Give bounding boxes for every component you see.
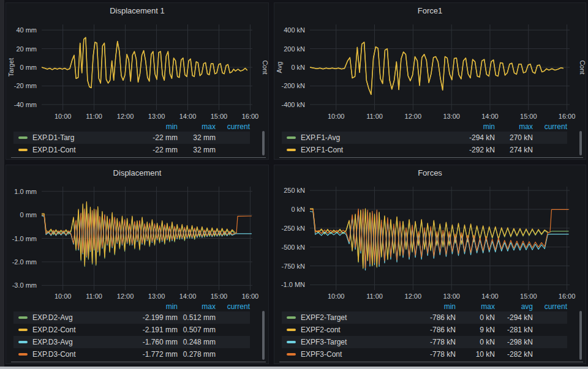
chart-canvas[interactable]: 10:0011:0012:0013:0014:0015:0016:001.0 m… bbox=[6, 182, 268, 301]
series-name[interactable]: EXP.F1-Avg bbox=[301, 133, 456, 142]
legend-scrollbar[interactable] bbox=[579, 131, 582, 155]
x-axis-tick-label: 13:00 bbox=[443, 113, 460, 120]
legend-column-header-min[interactable]: min bbox=[456, 122, 495, 131]
x-axis-tick-label: 11:00 bbox=[86, 113, 102, 120]
legend-value: -1.760 mm bbox=[138, 338, 178, 346]
legend-row[interactable]: EXP.D2-Cont-2.191 mm0.507 mm bbox=[13, 324, 250, 336]
legend-value: 0.278 mm bbox=[178, 350, 216, 359]
chart-canvas[interactable]: 10:0011:0012:0013:0014:0015:0016:0040 mm… bbox=[6, 20, 268, 121]
legend-column-header-min[interactable]: min bbox=[404, 302, 456, 311]
series-name[interactable]: EXP.D2-Avg bbox=[32, 313, 138, 322]
series-color-swatch-icon bbox=[287, 341, 296, 343]
legend-row[interactable]: EXPF3-Cont-778 kN10 kN-282 kN bbox=[282, 348, 567, 360]
legend-value: -281 kN bbox=[495, 326, 533, 334]
series-line-expf2-cont bbox=[310, 209, 548, 268]
legend-column-header-current[interactable]: current bbox=[216, 122, 250, 131]
legend-value: 270 kN bbox=[495, 133, 533, 142]
legend-row[interactable]: EXP.D2-Avg-2.199 mm0.512 mm bbox=[13, 311, 250, 324]
series-name[interactable]: EXP.F1-Cont bbox=[301, 146, 456, 154]
panel-title[interactable]: Displacement 1 bbox=[6, 3, 268, 20]
legend-row[interactable]: EXP.D1-Targ-22 mm32 mm bbox=[13, 132, 250, 144]
legend-column-header-current[interactable]: current bbox=[216, 302, 250, 311]
series-name[interactable]: EXPF2-Target bbox=[301, 313, 404, 322]
legend-row[interactable]: EXP.F1-Avg-294 kN270 kN bbox=[282, 132, 567, 144]
legend-value: 0 kN bbox=[456, 338, 495, 346]
chart-area: 10:0011:0012:0013:0014:0015:0016:00400 k… bbox=[274, 20, 586, 121]
legend-row[interactable]: EXPF3-Target-778 kN0 kN-298 kN bbox=[282, 336, 567, 348]
chart-canvas[interactable]: 10:0011:0012:0013:0014:0015:0016:00400 k… bbox=[274, 20, 586, 121]
series-name[interactable]: EXP.D1-Targ bbox=[32, 133, 138, 142]
series-name[interactable]: EXP.D3-Cont bbox=[32, 350, 138, 359]
series-name[interactable]: EXP.D1-Cont bbox=[32, 146, 138, 154]
x-axis-tick-label: 13:00 bbox=[148, 113, 165, 120]
legend-scrollbar[interactable] bbox=[262, 311, 265, 360]
legend-scrollbar[interactable] bbox=[579, 311, 582, 360]
legend-header: minmaxavgcurrent bbox=[282, 301, 567, 311]
legend-column-header-current[interactable]: current bbox=[533, 302, 567, 311]
series-color-swatch-icon bbox=[287, 316, 296, 319]
legend-column-header-max[interactable]: max bbox=[178, 122, 216, 131]
legend-row[interactable]: EXP.D3-Avg-1.760 mm0.248 mm bbox=[13, 336, 250, 348]
series-color-swatch-icon bbox=[287, 136, 296, 139]
legend-row[interactable]: EXP.F1-Cont-292 kN274 kN bbox=[282, 144, 567, 156]
series-name[interactable]: EXPF2-cont bbox=[301, 326, 404, 334]
legend-column-header-min[interactable]: min bbox=[138, 302, 178, 311]
y-axis-tick-label: 0 mm bbox=[20, 64, 37, 71]
x-axis-tick-label: 14:00 bbox=[179, 113, 197, 120]
x-axis-tick-label: 15:00 bbox=[211, 293, 228, 300]
horizontal-scrollbar[interactable] bbox=[0, 367, 588, 369]
legend-value: -2.191 mm bbox=[138, 326, 178, 334]
legend-column-header-max[interactable]: max bbox=[495, 122, 533, 131]
series-color-swatch-icon bbox=[18, 353, 28, 356]
legend-column-header-max[interactable]: max bbox=[456, 302, 495, 311]
legend-header: minmaxcurrent bbox=[13, 121, 250, 132]
panel-title[interactable]: Displacement bbox=[6, 165, 268, 182]
y-axis-tick-label: -2.0 mm bbox=[12, 258, 37, 266]
legend-value: -282 kN bbox=[495, 350, 533, 359]
legend-value: -778 kN bbox=[404, 338, 456, 346]
panel-title[interactable]: Forces bbox=[274, 165, 586, 182]
y-axis-tick-label: -200 kN bbox=[281, 82, 305, 89]
legend-column-header-max[interactable]: max bbox=[178, 302, 216, 311]
series-group bbox=[42, 37, 247, 88]
legend-value: -2.199 mm bbox=[138, 313, 178, 322]
series-name[interactable]: EXP.D3-Avg bbox=[32, 338, 138, 346]
series-name[interactable]: EXPF3-Cont bbox=[301, 350, 404, 359]
legend-value: 32 mm bbox=[178, 146, 216, 154]
legend-row[interactable]: EXPF2-Target-786 kN0 kN-294 kN bbox=[282, 311, 567, 324]
x-axis-tick-label: 14:00 bbox=[481, 293, 499, 300]
legend-scrollbar[interactable] bbox=[262, 131, 265, 155]
x-axis-tick-label: 10:00 bbox=[328, 113, 345, 120]
window-left-edge bbox=[0, 0, 4, 369]
legend-row[interactable]: EXP.D1-Cont-22 mm32 mm bbox=[13, 144, 250, 156]
x-axis-tick-label: 12:00 bbox=[405, 293, 422, 300]
x-axis-tick-label: 14:00 bbox=[481, 113, 499, 120]
panel-displacement: Displacement 10:0011:0012:0013:0014:0015… bbox=[6, 165, 269, 364]
series-color-swatch-icon bbox=[18, 149, 28, 151]
y-axis-tick-label: -250 kN bbox=[281, 225, 305, 232]
y-axis-tick-label: 40 mm bbox=[16, 26, 37, 34]
y-axis-tick-label: 20 mm bbox=[16, 45, 37, 53]
y-axis-label: Avg bbox=[276, 62, 283, 73]
legend-row[interactable]: EXPF2-cont-786 kN9 kN-281 kN bbox=[282, 324, 567, 336]
legend-column-header-min[interactable]: min bbox=[138, 122, 178, 131]
panel-title[interactable]: Force1 bbox=[274, 3, 586, 20]
y-axis-tick-label: 400 kN bbox=[284, 26, 305, 34]
legend-value: -1.772 mm bbox=[138, 350, 178, 359]
legend-column-header-avg[interactable]: avg bbox=[495, 302, 533, 311]
series-line-expf3-cont bbox=[310, 209, 568, 268]
legend-table: minmaxcurrent EXP.D1-Targ-22 mm32 mmEXP.… bbox=[11, 121, 266, 158]
y-axis-tick-label: -1.0 mm bbox=[12, 235, 37, 242]
series-name[interactable]: EXP.D2-Cont bbox=[32, 326, 138, 334]
series-name[interactable]: EXPF3-Target bbox=[301, 338, 404, 346]
legend-table: minmaxavgcurrent EXPF2-Target-786 kN0 kN… bbox=[279, 301, 583, 362]
y-axis-tick-label: -20 mm bbox=[14, 82, 37, 89]
chart-canvas[interactable]: 10:0011:0012:0013:0014:0015:0016:00250 k… bbox=[274, 182, 586, 301]
y-axis-tick-label: 0 mm bbox=[20, 211, 37, 218]
legend-row[interactable]: EXP.D3-Cont-1.772 mm0.278 mm bbox=[13, 348, 250, 360]
x-axis-tick-label: 13:00 bbox=[148, 293, 165, 300]
y-axis-label: Target bbox=[7, 58, 15, 77]
legend-column-header-current[interactable]: current bbox=[533, 122, 567, 131]
x-axis-tick-label: 16:00 bbox=[242, 293, 259, 300]
y-axis-tick-label: -400 kN bbox=[281, 101, 305, 108]
